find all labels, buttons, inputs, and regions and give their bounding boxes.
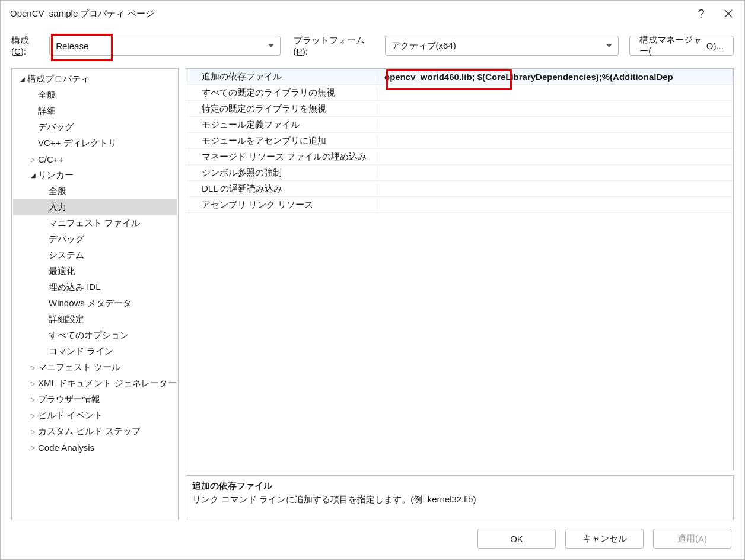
tree-item[interactable]: 詳細: [13, 103, 177, 119]
property-label: シンボル参照の強制: [186, 167, 377, 179]
platform-value: アクティブ(x64): [391, 40, 456, 52]
property-row[interactable]: DLL の遅延読み込み: [186, 181, 733, 197]
tree-item-label: ビルド イベント: [38, 410, 103, 421]
chevron-right-icon[interactable]: ▷: [28, 156, 38, 163]
tree-item-label: VC++ ディレクトリ: [38, 138, 117, 149]
tree-item-label: 埋め込み IDL: [49, 282, 101, 293]
tree-item[interactable]: マニフェスト ファイル: [13, 215, 177, 231]
config-manager-button[interactable]: 構成マネージャー(O)...: [629, 36, 734, 56]
tree-panel[interactable]: ◢構成プロパティ全般詳細デバッグVC++ ディレクトリ▷C/C++◢リンカー全般…: [11, 68, 179, 520]
tree-item[interactable]: デバッグ: [13, 231, 177, 247]
property-row[interactable]: モジュールをアセンブリに追加: [186, 133, 733, 149]
property-label: すべての既定のライブラリの無視: [186, 87, 377, 98]
description-panel: 追加の依存ファイル リンク コマンド ラインに追加する項目を指定します。(例: …: [186, 475, 734, 520]
property-row[interactable]: シンボル参照の強制: [186, 165, 733, 181]
tree-item[interactable]: ▷C/C++: [13, 151, 177, 167]
tree-item-label: デバッグ: [38, 122, 74, 133]
tree-item[interactable]: 全般: [13, 87, 177, 103]
tree-item-label: 詳細設定: [49, 314, 84, 325]
close-button[interactable]: [715, 4, 742, 23]
tree-item-label: 全般: [38, 90, 56, 101]
cancel-button[interactable]: キャンセル: [565, 529, 644, 549]
chevron-down-icon[interactable]: ◢: [28, 172, 38, 179]
ok-button[interactable]: OK: [477, 529, 556, 549]
tree-item-label: マニフェスト ファイル: [49, 218, 140, 229]
tree-item-label: C/C++: [38, 154, 63, 164]
tree-item-label: すべてのオプション: [49, 330, 129, 341]
tree-item[interactable]: システム: [13, 247, 177, 263]
property-label: モジュール定義ファイル: [186, 119, 377, 131]
platform-label: プラットフォーム(P):: [294, 35, 378, 56]
tree-item-label: マニフェスト ツール: [38, 362, 120, 373]
tree-item[interactable]: ▷Code Analysis: [13, 440, 177, 456]
tree-item[interactable]: 埋め込み IDL: [13, 279, 177, 295]
chevron-right-icon[interactable]: ▷: [28, 444, 38, 451]
description-title: 追加の依存ファイル: [192, 481, 727, 492]
property-row[interactable]: 追加の依存ファイルopencv_world460.lib; $(CoreLibr…: [186, 69, 733, 85]
tree-item[interactable]: 全般: [13, 183, 177, 199]
tree-item[interactable]: 入力: [13, 199, 177, 215]
property-label: DLL の遅延読み込み: [186, 183, 377, 195]
apply-button[interactable]: 適用(A): [653, 529, 731, 549]
property-label: アセンブリ リンク リソース: [186, 199, 377, 211]
chevron-down-icon[interactable]: ◢: [18, 76, 27, 82]
chevron-right-icon[interactable]: ▷: [28, 396, 38, 403]
chevron-right-icon[interactable]: ▷: [28, 428, 38, 435]
property-label: モジュールをアセンブリに追加: [186, 135, 377, 147]
config-label: 構成(C):: [11, 35, 43, 56]
tree-item-label: 入力: [49, 202, 66, 213]
tree-item[interactable]: ◢リンカー: [13, 167, 177, 183]
tree-item-label: システム: [49, 250, 84, 261]
property-row[interactable]: アセンブリ リンク リソース: [186, 197, 733, 213]
tree-item[interactable]: ▷ブラウザー情報: [13, 392, 177, 408]
dialog-title: OpenCV_sample プロパティ ページ: [10, 8, 687, 20]
property-label: マネージド リソース ファイルの埋め込み: [186, 151, 377, 163]
tree-item[interactable]: コマンド ライン: [13, 343, 177, 359]
property-row[interactable]: マネージド リソース ファイルの埋め込み: [186, 149, 733, 165]
tree-item-label: カスタム ビルド ステップ: [38, 426, 141, 437]
property-label: 追加の依存ファイル: [186, 71, 377, 82]
tree-item[interactable]: 詳細設定: [13, 311, 177, 327]
tree-item[interactable]: デバッグ: [13, 119, 177, 135]
tree-item-label: Windows メタデータ: [49, 298, 132, 309]
chevron-right-icon[interactable]: ▷: [28, 380, 38, 387]
tree-item-label: 構成プロパティ: [27, 74, 90, 85]
description-text: リンク コマンド ラインに追加する項目を指定します。(例: kernel32.l…: [192, 494, 727, 505]
tree-item-label: 詳細: [38, 106, 56, 117]
tree-item-label: コマンド ライン: [49, 346, 113, 357]
chevron-right-icon[interactable]: ▷: [28, 364, 38, 371]
chevron-right-icon[interactable]: ▷: [28, 412, 38, 419]
property-row[interactable]: 特定の既定のライブラリを無視: [186, 101, 733, 117]
tree-item-label: Code Analysis: [38, 443, 94, 453]
tree-item-label: XML ドキュメント ジェネレーター: [38, 378, 177, 389]
tree-item[interactable]: Windows メタデータ: [13, 295, 177, 311]
property-row[interactable]: すべての既定のライブラリの無視: [186, 85, 733, 101]
platform-combo[interactable]: アクティブ(x64): [385, 36, 619, 56]
config-value: Release: [56, 41, 88, 51]
tree-item[interactable]: 最適化: [13, 263, 177, 279]
tree-item[interactable]: ▷マニフェスト ツール: [13, 359, 177, 376]
tree-item[interactable]: ▷カスタム ビルド ステップ: [13, 424, 177, 440]
config-combo[interactable]: Release: [49, 36, 281, 56]
tree-item-label: ブラウザー情報: [38, 394, 100, 405]
tree-item[interactable]: VC++ ディレクトリ: [13, 135, 177, 151]
help-button[interactable]: ?: [687, 4, 715, 23]
tree-item-label: デバッグ: [49, 234, 84, 245]
property-row[interactable]: モジュール定義ファイル: [186, 117, 733, 133]
tree-item-label: 全般: [49, 186, 66, 197]
tree-item[interactable]: ◢構成プロパティ: [13, 71, 177, 87]
tree-item-label: リンカー: [38, 170, 74, 181]
tree-item-label: 最適化: [49, 266, 75, 277]
property-label: 特定の既定のライブラリを無視: [186, 103, 377, 114]
tree-item[interactable]: ▷ビルド イベント: [13, 408, 177, 424]
property-grid[interactable]: 追加の依存ファイルopencv_world460.lib; $(CoreLibr…: [186, 68, 734, 470]
property-value[interactable]: opencv_world460.lib; $(CoreLibraryDepend…: [377, 72, 733, 82]
tree-item[interactable]: ▷XML ドキュメント ジェネレーター: [13, 376, 177, 392]
tree-item[interactable]: すべてのオプション: [13, 327, 177, 343]
